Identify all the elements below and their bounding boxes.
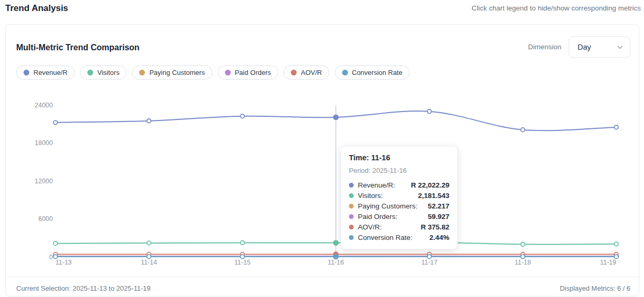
data-point[interactable] <box>614 242 618 246</box>
data-point[interactable] <box>614 255 618 259</box>
y-axis-tick-label: 0 <box>49 254 53 261</box>
tooltip-metric-value: 59.927 <box>428 213 449 221</box>
data-point[interactable] <box>521 243 525 247</box>
page-title: Trend Analysis <box>5 3 68 14</box>
tooltip-metric-dot <box>349 235 354 240</box>
tooltip-metric-dot <box>349 193 354 198</box>
data-point[interactable] <box>334 115 338 119</box>
tooltip-metric-value: 52.217 <box>428 202 449 210</box>
data-point[interactable] <box>241 114 245 118</box>
tooltip-metric-value: 2.44% <box>430 234 449 241</box>
data-point[interactable] <box>53 120 58 125</box>
tooltip-metric-dot <box>349 225 354 229</box>
tooltip-row: AOV/R:R 375.82 <box>349 222 449 232</box>
tooltip-metric-label: Paid Orders: <box>358 213 398 221</box>
x-axis-tick-label: 11-17 <box>421 259 437 266</box>
x-axis-tick-label: 11-15 <box>234 259 251 266</box>
tooltip-row: Visitors:2,181.543 <box>349 190 449 201</box>
data-point[interactable] <box>521 255 525 259</box>
data-point[interactable] <box>147 119 151 123</box>
page-header: Trend Analysis Click chart legend to hid… <box>0 0 644 21</box>
tooltip-metric-label: Revenue/R: <box>358 181 395 189</box>
data-point[interactable] <box>241 255 245 259</box>
data-point[interactable] <box>53 241 58 246</box>
tooltip-metric-value: R 22,022.29 <box>411 181 449 189</box>
data-point[interactable] <box>521 128 525 132</box>
card-footer: Current Selection: 2025-11-13 to 2025-11… <box>6 277 639 277</box>
y-axis-tick-label: 12000 <box>35 178 53 185</box>
y-axis-tick-label: 24000 <box>35 102 53 109</box>
data-point[interactable] <box>334 254 338 259</box>
data-point[interactable] <box>53 255 58 259</box>
data-point[interactable] <box>147 241 151 245</box>
data-point[interactable] <box>334 240 338 245</box>
tooltip-metric-value: R 375.82 <box>421 223 449 231</box>
tooltip-metric-label: Visitors: <box>358 192 383 200</box>
tooltip-metric-dot <box>349 204 354 208</box>
data-point[interactable] <box>427 109 432 114</box>
trend-card: Multi-Metric Trend Comparison Dimension … <box>5 24 639 296</box>
trend-line-chart[interactable]: 0600012000180002400011-1311-1411-1511-16… <box>6 25 639 271</box>
tooltip-metric-dot <box>349 214 354 219</box>
data-point[interactable] <box>147 255 151 259</box>
tooltip-row: Paid Orders:59.927 <box>349 211 449 222</box>
data-point[interactable] <box>241 241 245 245</box>
current-selection-text: Current Selection: 2025-11-13 to 2025-11… <box>16 284 151 292</box>
tooltip-row: Revenue/R:R 22,022.29 <box>349 180 449 190</box>
tooltip-metric-label: AOV/R: <box>358 223 382 231</box>
y-axis-tick-label: 6000 <box>38 215 53 223</box>
x-axis-tick-label: 11-19 <box>600 259 616 266</box>
legend-hint-text: Click chart legend to hide/show correspo… <box>472 4 641 12</box>
data-point[interactable] <box>427 255 432 259</box>
x-axis-tick-label: 11-13 <box>55 259 72 266</box>
x-axis-tick-label: 11-16 <box>327 259 344 266</box>
data-point[interactable] <box>614 125 618 129</box>
tooltip-period: Period: 2025-11-16 <box>349 167 449 174</box>
tooltip-metric-dot <box>349 183 354 188</box>
tooltip-metric-label: Conversion Rate: <box>358 234 412 241</box>
x-axis-tick-label: 11-14 <box>141 259 157 266</box>
displayed-metrics-text: Displayed Metrics: 6 / 6 <box>560 284 630 292</box>
tooltip-time-title: Time: 11-16 <box>349 153 449 162</box>
tooltip-metric-label: Paying Customers: <box>358 202 417 210</box>
x-axis-tick-label: 11-18 <box>515 259 531 266</box>
chart-tooltip: Time: 11-16 Period: 2025-11-16 Revenue/R… <box>341 146 458 249</box>
y-axis-tick-label: 18000 <box>35 139 53 147</box>
tooltip-row: Paying Customers:52.217 <box>349 201 449 211</box>
tooltip-row: Conversion Rate:2.44% <box>349 232 449 243</box>
tooltip-metric-value: 2,181.543 <box>418 192 449 200</box>
